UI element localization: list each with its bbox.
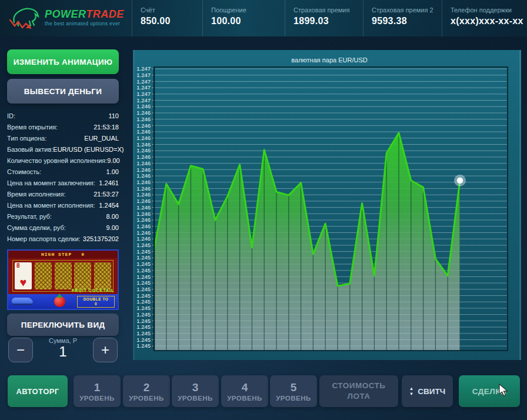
level-3-button[interactable]: 3УРОВЕНЬ [172, 375, 219, 407]
info-row: Цена на момент заключения:1.2461 [7, 177, 119, 188]
lot-cost-line1: СТОИМОСТЬ [332, 381, 385, 391]
game-header-value: 0 [81, 252, 85, 257]
stat-value: 850.00 [141, 16, 202, 26]
y-axis-label: 1.245 [136, 342, 151, 349]
app-root: POWERTRADE the best animated options eve… [0, 0, 527, 420]
double-to-label: DOUBLE TO [84, 297, 109, 302]
info-label: Цена на момент исполнения: [7, 202, 95, 209]
arrow-down-icon: ▼ [409, 392, 413, 396]
info-value: EUR/USD (EURUSD=X) [53, 146, 124, 153]
level-label: УРОВЕНЬ [178, 395, 213, 402]
info-label: Время исполнения: [7, 191, 65, 198]
y-axis-label: 1.246 [136, 103, 151, 109]
info-row: Сумма сделки, руб:9.00 [7, 222, 119, 233]
switch-button[interactable]: ▲ ▼ СВИТЧ [402, 375, 453, 407]
y-axis-label: 1.247 [136, 72, 151, 78]
card-rank: 8 [16, 263, 20, 269]
car-icon [12, 298, 33, 305]
y-axis-label: 1.246 [136, 135, 151, 141]
y-axis-label: 1.246 [136, 198, 151, 204]
playing-card-back [55, 262, 72, 289]
info-value: 3251375202 [83, 235, 119, 242]
stat-label: Телефон поддержки [451, 6, 527, 14]
y-axis-label: 1.246 [136, 141, 151, 148]
brand-power: POWER [45, 8, 86, 20]
y-axis-label: 1.247 [136, 78, 151, 85]
info-label: Тип опциона: [7, 135, 46, 142]
amount-increase-button[interactable]: + [93, 338, 118, 362]
game-preview: HIGH STEP 0 8 ♥ FRUIT COCKTAIL DOUBLE TO… [7, 249, 119, 310]
y-axis-label: 1.245 [136, 274, 151, 280]
deal-button[interactable]: СДЕЛКА [459, 375, 520, 407]
header-stat: Счёт850.00 [132, 0, 202, 36]
info-value: 9.00 [107, 157, 119, 164]
chart-panel: валютная пара EUR/USD1.2471.2471.2471.24… [133, 50, 521, 360]
y-axis-label: 1.246 [136, 116, 151, 122]
y-axis-label: 1.245 [136, 336, 151, 343]
info-row: Базовый актив:EUR/USD (EURUSD=X) [7, 144, 119, 155]
lot-cost-button[interactable]: СТОИМОСТЬ ЛОТА [319, 375, 398, 407]
level-5-button[interactable]: 5УРОВЕНЬ [270, 375, 317, 407]
switch-view-button[interactable]: ПЕРЕКЛЮЧИТЬ ВИД [7, 314, 119, 336]
y-axis-label: 1.246 [136, 154, 151, 160]
brand-trade: TRADE [86, 8, 124, 20]
y-axis-label: 1.246 [136, 179, 151, 185]
autotrade-button[interactable]: АВТОТОРГ [8, 375, 68, 407]
y-axis-label: 1.246 [136, 235, 151, 242]
playing-card-back [35, 262, 52, 289]
level-label: УРОВЕНЬ [227, 395, 262, 402]
change-animation-button[interactable]: ИЗМЕНИТЬ АНИМАЦИЮ [7, 49, 119, 74]
y-axis-label: 1.245 [136, 324, 151, 330]
game-bottom-strip: DOUBLE TO 0 [8, 294, 118, 309]
y-axis-label: 1.247 [136, 65, 151, 72]
level-2-button[interactable]: 2УРОВЕНЬ [123, 375, 170, 407]
logo: POWERTRADE the best animated options eve… [8, 4, 124, 31]
info-label: Результат, руб: [7, 213, 52, 220]
y-axis-label: 1.245 [136, 267, 151, 274]
y-axis-label: 1.246 [136, 128, 151, 135]
y-axis-label: 1.246 [136, 147, 151, 154]
header-stat: Страховая премия 29593.38 [363, 0, 442, 36]
y-axis-label: 1.246 [136, 122, 151, 129]
amount-decrease-button[interactable]: − [8, 338, 33, 362]
y-axis-label: 1.245 [136, 248, 151, 255]
info-row: Результат, руб:8.00 [7, 211, 119, 222]
lot-cost-line2: ЛОТА [347, 391, 370, 402]
stat-label: Счёт [141, 6, 202, 14]
playing-card-back [74, 262, 91, 289]
level-label: УРОВЕНЬ [276, 395, 311, 402]
withdraw-money-button[interactable]: ВЫВЕСТИ ДЕНЬГИ [7, 79, 119, 104]
info-value: 1.00 [106, 168, 119, 175]
double-to-box: DOUBLE TO 0 [77, 296, 115, 308]
info-row: Тип опциона:EUR_DUAL [7, 132, 119, 144]
info-label: Базовый актив: [7, 146, 53, 153]
y-axis-label: 1.246 [136, 216, 151, 223]
info-label: Номер паспорта сделки: [7, 235, 81, 242]
brand-tagline: the best animated options ever [45, 21, 124, 26]
stat-label: Поощрение [211, 6, 285, 14]
logo-text: POWERTRADE the best animated options eve… [45, 9, 124, 26]
stat-value: 100.00 [211, 16, 285, 26]
info-value: 1.2461 [99, 179, 119, 186]
y-axis-label: 1.245 [136, 330, 151, 336]
level-number: 3 [192, 381, 199, 394]
y-axis-label: 1.245 [136, 292, 151, 299]
stat-value: 1899.03 [293, 16, 363, 26]
game-brand-label: FRUIT COCKTAIL [72, 288, 114, 292]
info-row: Количество уровней исполнения:9.00 [7, 155, 119, 166]
y-axis-label: 1.245 [136, 261, 151, 267]
level-1-button[interactable]: 1УРОВЕНЬ [74, 375, 121, 407]
info-value: 1.2454 [99, 202, 119, 209]
y-axis-label: 1.245 [136, 242, 151, 248]
header-stat: Поощрение100.00 [202, 0, 285, 36]
y-axis-label: 1.246 [136, 172, 151, 179]
amount-value: 1 [34, 344, 92, 359]
heart-suit-icon: ♥ [15, 276, 32, 288]
brand-name: POWERTRADE [45, 9, 124, 19]
strawberry-icon [54, 296, 65, 307]
y-axis-label: 1.245 [136, 298, 151, 305]
playing-card-open: 8 ♥ [15, 262, 32, 289]
level-4-button[interactable]: 4УРОВЕНЬ [221, 375, 268, 407]
price-area [154, 133, 460, 351]
header-stat: Телефон поддержкиx(xxx)xxx-xx-xx [442, 0, 527, 36]
